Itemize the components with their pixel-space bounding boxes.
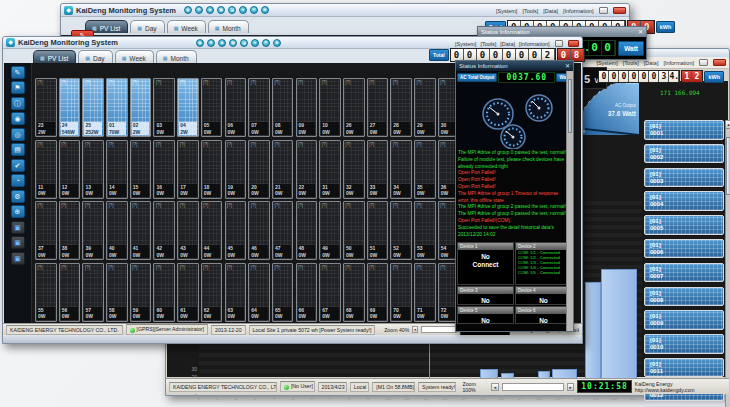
sidebar-button[interactable]: ✔ [11, 159, 25, 172]
pv-panel-tile[interactable]: [?] 700W [390, 263, 412, 322]
pv-panel-tile[interactable]: [?] 080W [272, 78, 294, 137]
sidebar-button[interactable]: ⊕ [11, 205, 25, 218]
device-list-item[interactable]: [01]0008 [644, 287, 724, 307]
pv-panel-tile[interactable]: [?] 380W [59, 201, 81, 260]
pv-panel-tile[interactable]: [?] 560W [59, 263, 81, 322]
menu-item[interactable]: [Data] [543, 8, 558, 14]
pv-panel-tile[interactable]: [?] 190W [225, 140, 247, 199]
pv-panel-tile[interactable]: [?] 130W [82, 140, 104, 199]
pv-panel-tile[interactable]: [?] 120W [59, 140, 81, 199]
minimize-button[interactable] [599, 7, 608, 14]
pv-panel-tile[interactable]: [?] 25252W [82, 78, 104, 137]
pv-panel-tile[interactable]: [?] 310W [319, 140, 341, 199]
close-icon[interactable]: ✕ [565, 61, 570, 71]
sidebar-button[interactable]: ⚙ [11, 190, 25, 203]
pv-panel-tile[interactable]: [?] 470W [272, 201, 294, 260]
pv-panel-tile[interactable]: [?] 430W [177, 201, 199, 260]
device-list-item[interactable]: [01]0004 [644, 191, 724, 211]
device-list-item[interactable]: [01]0007 [644, 263, 724, 283]
device-group-box[interactable]: Device 3 No Connect [457, 286, 514, 304]
sidebar-button[interactable]: ✎ [11, 66, 25, 79]
device-group-box[interactable]: Device 2 COM: 1/1 - ConnectedCOM: 1/2 - … [515, 242, 572, 285]
sidebar-button[interactable]: ◔ [11, 174, 25, 187]
sidebar-button[interactable]: ◎ [11, 128, 25, 141]
toolbar-icon[interactable]: ✉ [250, 6, 258, 14]
scrollbar-thumb[interactable] [726, 137, 730, 195]
site-link[interactable]: KaiDeng Energy http://www.kaidengdy.com [635, 381, 726, 393]
tab[interactable]: ▦Day [130, 20, 164, 33]
zoom-slider[interactable] [421, 326, 457, 333]
device-group-box[interactable]: Device 4 No Connect [515, 286, 572, 304]
pv-panel-tile[interactable]: [?] 460W [248, 201, 270, 260]
toolbar-icon[interactable]: ◉ [196, 39, 204, 47]
device-list-item[interactable]: [01]0010 [644, 334, 724, 354]
pv-panel-tile[interactable]: [?] 140W [106, 140, 128, 199]
device-group-box[interactable]: Device 1 No Connect [457, 242, 514, 285]
pv-panel-tile[interactable]: [?] 570W [82, 263, 104, 322]
scroll-up-arrow[interactable]: ▲ [726, 121, 730, 129]
minimize-button[interactable] [699, 59, 708, 66]
pv-panel-tile[interactable]: [?] 090W [296, 78, 318, 137]
pv-panel-tile[interactable]: [?] 060W [225, 78, 247, 137]
pv-panel-tile[interactable]: [?] 220W [296, 140, 318, 199]
menu-item[interactable]: [Information] [519, 41, 550, 47]
device-list-scrollbar[interactable]: ▲ [725, 120, 730, 407]
toolbar-icon[interactable]: ◈ [206, 6, 214, 14]
pv-panel-tile[interactable]: [?] 500W [343, 201, 365, 260]
pv-panel-tile[interactable]: [?] 440W [201, 201, 223, 260]
pv-panel-tile[interactable]: [?] 680W [343, 263, 365, 322]
pv-panel-tile[interactable]: [?] 150W [130, 140, 152, 199]
pv-panel-tile[interactable]: [?] 100W [319, 78, 341, 137]
toolbar-icon[interactable]: ◈ [218, 39, 226, 47]
toolbar-icon[interactable]: ⚙ [195, 6, 203, 14]
device-list-item[interactable]: [01]0009 [644, 310, 724, 330]
pv-panel-tile[interactable]: [?] 640W [248, 263, 270, 322]
close-button[interactable] [613, 7, 626, 14]
sidebar-button[interactable]: ▣ [11, 252, 25, 265]
close-icon[interactable]: ✕ [638, 27, 643, 37]
pv-panel-tile[interactable]: [?] 650W [272, 263, 294, 322]
pv-panel-tile[interactable]: [?] 070W [248, 78, 270, 137]
menu-item[interactable]: [Information] [563, 8, 594, 14]
tab[interactable]: ▦Day [78, 50, 112, 63]
device-list-item[interactable]: [01]0011 [644, 358, 724, 378]
pv-panel-tile[interactable]: [?] 400W [106, 201, 128, 260]
sidebar-button[interactable]: ⚑ [11, 81, 25, 94]
pv-panel-tile[interactable]: [?] 520W [390, 201, 412, 260]
pv-panel-tile[interactable]: [?] 350W [414, 140, 436, 199]
tab[interactable]: ▦Week [115, 50, 154, 63]
device-group-box[interactable]: Device 6 No Connect [515, 306, 572, 325]
pv-panel-tile[interactable]: [?] 200W [248, 140, 270, 199]
zoom-in-arrow[interactable]: ► [567, 383, 575, 391]
zoom-slider[interactable] [502, 383, 564, 391]
tab[interactable]: ▦Month [208, 20, 249, 33]
pv-panel-tile[interactable]: [?] 270W [367, 78, 389, 137]
toolbar-icon[interactable]: ▦ [217, 6, 225, 14]
pv-panel-tile[interactable]: [?] 620W [201, 263, 223, 322]
device-list-item[interactable]: [01]0003 [644, 168, 724, 188]
toolbar-icon[interactable]: ▾ [239, 6, 247, 14]
pv-panel-tile[interactable]: [?] 690W [367, 263, 389, 322]
zoom-dropdown-arrow[interactable]: ▾ [412, 326, 418, 333]
toolbar-icon[interactable]: ◪ [240, 39, 248, 47]
menu-item[interactable]: [System] [496, 8, 517, 14]
menu-item[interactable]: [Data] [500, 41, 515, 47]
menu-item[interactable]: [Tools] [623, 60, 639, 66]
close-button[interactable] [568, 40, 579, 47]
sidebar-button[interactable]: ▣ [11, 221, 25, 234]
scrollbar-thumb[interactable] [568, 79, 572, 133]
toolbar-icon[interactable]: ⊕ [261, 6, 269, 14]
menu-item[interactable]: [System] [596, 60, 617, 66]
pv-panel-tile[interactable]: [?] 370W [35, 201, 57, 260]
pv-panel-tile[interactable]: [?] 160W [153, 140, 175, 199]
pv-panel-tile[interactable]: [?] 630W [225, 263, 247, 322]
pv-panel-tile[interactable]: [?] 580W [106, 263, 128, 322]
panel-titlebar[interactable]: Status Information ✕ [456, 61, 573, 71]
device-list-item[interactable]: [01]0006 [644, 239, 724, 259]
pv-panel-tile[interactable]: [?] 110W [35, 140, 57, 199]
pv-panel-tile[interactable]: [?] 670W [319, 263, 341, 322]
device-list-item[interactable]: [01]0002 [644, 144, 724, 164]
pv-panel-tile[interactable]: [?] 610W [177, 263, 199, 322]
device-list-item[interactable]: [01]0001 [644, 120, 724, 140]
tab[interactable]: ▦Week [167, 20, 206, 33]
